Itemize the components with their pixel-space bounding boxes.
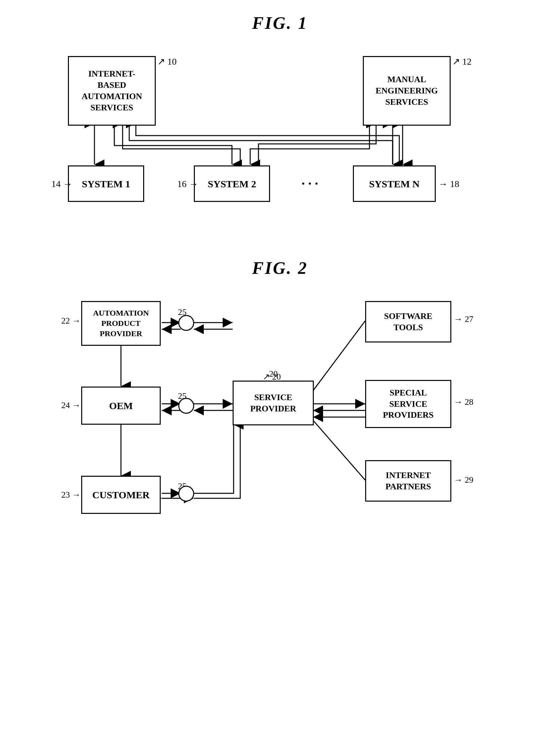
box-dots: · · · (287, 165, 333, 202)
box-oem: OEM (81, 387, 161, 425)
ref-14: 14 → (51, 179, 72, 189)
box-customer: CUSTOMER (81, 476, 161, 514)
box-special-service: SPECIALSERVICEPROVIDERS (365, 380, 451, 428)
internet-circle-3 (178, 486, 194, 502)
fig2-diagram: 25 20 25 2 (48, 291, 512, 573)
svg-line-35 (313, 421, 365, 480)
ref-23: 23 → (61, 490, 81, 500)
fig2-section: FIG. 2 (27, 258, 533, 573)
ref-24: 24 → (61, 401, 81, 411)
fig2-title: FIG. 2 (27, 258, 533, 278)
ref-29: → 29 (454, 475, 474, 485)
box-manual-eng: MANUALENGINEERINGSERVICES (363, 56, 451, 126)
ref-28: → 28 (454, 397, 474, 407)
box-auto-product: AUTOMATIONPRODUCTPROVIDER (81, 301, 161, 346)
box-internet-automation: INTERNET-BASEDAUTOMATIONSERVICES (68, 56, 156, 126)
fig1-diagram: INTERNET-BASEDAUTOMATIONSERVICES ↗ 10 MA… (48, 46, 512, 238)
internet-circle-1 (178, 315, 194, 331)
fig1-title: FIG. 1 (27, 13, 533, 33)
ref-10: ↗ 10 (157, 56, 177, 67)
ref-12: ↗ 12 (452, 56, 472, 67)
box-systemN: SYSTEM N (353, 165, 436, 202)
box-system1: SYSTEM 1 (68, 165, 144, 202)
ref-27: → 27 (454, 314, 474, 324)
internet-circle-2 (178, 398, 194, 414)
ref-18: → 18 (438, 179, 459, 189)
ref-16: 16 → (177, 179, 198, 189)
box-system2: SYSTEM 2 (194, 165, 270, 202)
ref-20: ↗ 20 (263, 372, 281, 382)
svg-line-31 (313, 321, 365, 391)
page: FIG. 1 (0, 0, 560, 737)
box-service-provider: SERVICEPROVIDER (233, 381, 314, 425)
ref-22: 22 → (61, 316, 81, 326)
box-internet-partners: INTERNETPARTNERS (365, 460, 451, 502)
box-software-tools: SOFTWARETOOLS (365, 301, 451, 342)
